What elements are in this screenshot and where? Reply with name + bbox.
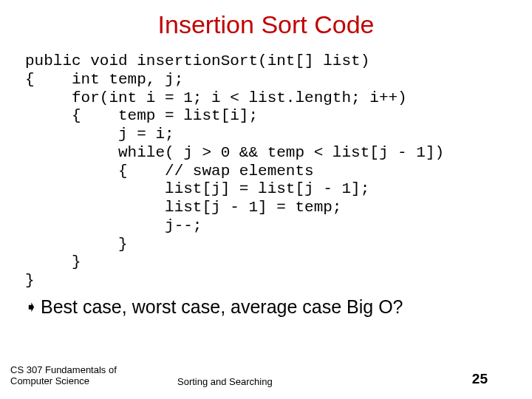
footer-center: Sorting and Searching — [148, 376, 472, 387]
page-number: 25 — [472, 371, 532, 387]
bullet-item: ➧ Best case, worst case, average case Bi… — [0, 290, 532, 318]
footer-left-line1: CS 307 Fundamentals of — [10, 364, 148, 376]
bullet-icon: ➧ — [25, 296, 38, 317]
footer-left-line2: Computer Science — [10, 375, 148, 387]
code-block: public void insertionSort(int[] list) { … — [0, 52, 532, 290]
footer-left: CS 307 Fundamentals of Computer Science — [0, 364, 148, 387]
slide-title: Insertion Sort Code — [0, 0, 532, 52]
bullet-text: Best case, worst case, average case Big … — [41, 296, 403, 318]
footer: CS 307 Fundamentals of Computer Science … — [0, 364, 532, 387]
